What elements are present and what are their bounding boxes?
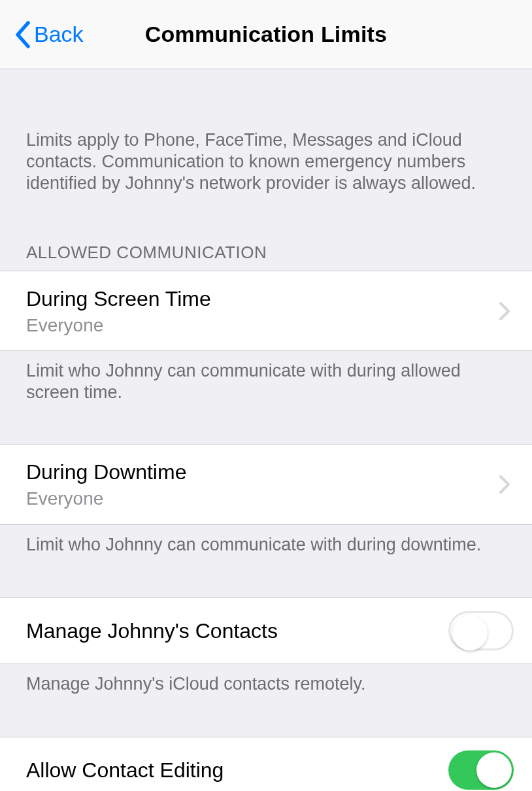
description-text: Limits apply to Phone, FaceTime, Message…: [0, 69, 532, 194]
toggle-manage-contacts[interactable]: [448, 611, 514, 650]
row-during-screen-time[interactable]: During Screen Time Everyone: [0, 271, 532, 352]
toggle-allow-contact-editing[interactable]: [448, 750, 514, 790]
row-manage-contacts[interactable]: Manage Johnny's Contacts: [0, 597, 532, 664]
row-during-downtime[interactable]: During Downtime Everyone: [0, 444, 532, 525]
page-title: Communication Limits: [145, 22, 387, 47]
row-allow-contact-editing[interactable]: Allow Contact Editing: [0, 737, 532, 791]
content: Limits apply to Phone, FaceTime, Message…: [0, 69, 532, 791]
footer-screen-time: Limit who Johnny can communicate with du…: [0, 351, 532, 403]
row-value: Everyone: [26, 314, 211, 337]
chevron-left-icon: [14, 21, 30, 48]
row-title: Manage Johnny's Contacts: [26, 618, 278, 644]
row-title: During Screen Time: [26, 286, 211, 312]
section-header-allowed-communication: ALLOWED COMMUNICATION: [0, 194, 532, 271]
row-title: Allow Contact Editing: [26, 757, 224, 783]
navigation-bar: Back Communication Limits: [0, 0, 532, 69]
row-value: Everyone: [26, 488, 186, 510]
footer-manage-contacts: Manage Johnny's iCloud contacts remotely…: [0, 664, 532, 695]
footer-downtime: Limit who Johnny can communicate with du…: [0, 525, 532, 556]
back-label: Back: [34, 22, 84, 47]
chevron-right-icon: [499, 475, 510, 494]
chevron-right-icon: [499, 302, 510, 320]
back-button[interactable]: Back: [14, 21, 84, 48]
row-title: During Downtime: [26, 459, 186, 485]
